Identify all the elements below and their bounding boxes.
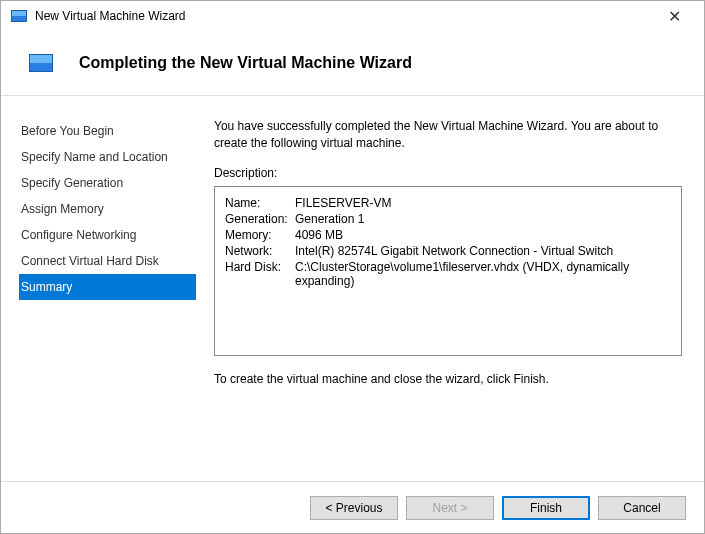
table-row: Generation:Generation 1 xyxy=(225,211,671,227)
footnote-text: To create the virtual machine and close … xyxy=(214,372,682,386)
wizard-icon xyxy=(29,54,53,72)
row-value: C:\ClusterStorage\volume1\fileserver.vhd… xyxy=(295,259,671,289)
content-pane: You have successfully completed the New … xyxy=(196,96,704,481)
app-icon xyxy=(11,10,27,22)
page-title: Completing the New Virtual Machine Wizar… xyxy=(79,54,412,72)
sidebar: Before You Begin Specify Name and Locati… xyxy=(1,96,196,481)
row-value: FILESERVER-VM xyxy=(295,195,671,211)
sidebar-item-specify-name[interactable]: Specify Name and Location xyxy=(19,144,196,170)
description-label: Description: xyxy=(214,166,682,180)
title-bar: New Virtual Machine Wizard ✕ xyxy=(1,1,704,31)
row-label: Memory: xyxy=(225,227,295,243)
sidebar-item-specify-generation[interactable]: Specify Generation xyxy=(19,170,196,196)
cancel-button[interactable]: Cancel xyxy=(598,496,686,520)
row-value: Intel(R) 82574L Gigabit Network Connecti… xyxy=(295,243,671,259)
footer: < Previous Next > Finish Cancel xyxy=(1,481,704,533)
row-label: Network: xyxy=(225,243,295,259)
close-button[interactable]: ✕ xyxy=(654,7,694,26)
table-row: Memory:4096 MB xyxy=(225,227,671,243)
row-label: Generation: xyxy=(225,211,295,227)
table-row: Name:FILESERVER-VM xyxy=(225,195,671,211)
intro-text: You have successfully completed the New … xyxy=(214,118,682,152)
sidebar-item-connect-vhd[interactable]: Connect Virtual Hard Disk xyxy=(19,248,196,274)
previous-button[interactable]: < Previous xyxy=(310,496,398,520)
sidebar-item-assign-memory[interactable]: Assign Memory xyxy=(19,196,196,222)
row-label: Hard Disk: xyxy=(225,259,295,289)
summary-table: Name:FILESERVER-VM Generation:Generation… xyxy=(225,195,671,289)
table-row: Hard Disk:C:\ClusterStorage\volume1\file… xyxy=(225,259,671,289)
sidebar-item-before-you-begin[interactable]: Before You Begin xyxy=(19,118,196,144)
window-title: New Virtual Machine Wizard xyxy=(35,9,654,23)
sidebar-item-configure-networking[interactable]: Configure Networking xyxy=(19,222,196,248)
table-row: Network:Intel(R) 82574L Gigabit Network … xyxy=(225,243,671,259)
row-value: Generation 1 xyxy=(295,211,671,227)
finish-button[interactable]: Finish xyxy=(502,496,590,520)
row-label: Name: xyxy=(225,195,295,211)
row-value: 4096 MB xyxy=(295,227,671,243)
wizard-header: Completing the New Virtual Machine Wizar… xyxy=(1,31,704,96)
sidebar-item-summary[interactable]: Summary xyxy=(19,274,196,300)
next-button: Next > xyxy=(406,496,494,520)
description-box: Name:FILESERVER-VM Generation:Generation… xyxy=(214,186,682,356)
